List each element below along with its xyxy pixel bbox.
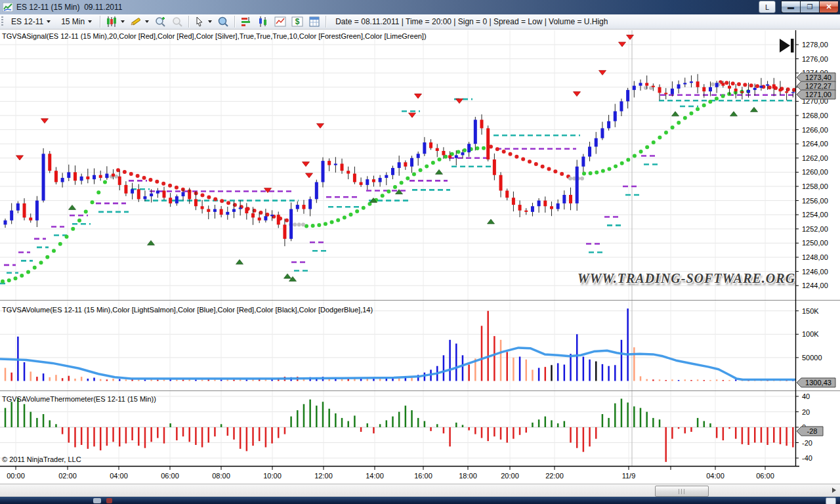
restore-button[interactable]: ❐	[800, 1, 819, 13]
chevron-down-icon	[208, 20, 212, 23]
svg-text:04:00: 04:00	[110, 472, 128, 480]
calendar-icon	[308, 16, 320, 28]
volume-ma-line	[0, 348, 795, 380]
svg-text:1300,43: 1300,43	[805, 379, 831, 387]
dollar-icon: $	[291, 16, 303, 28]
line-chart-button[interactable]	[272, 15, 288, 28]
app-icon	[3, 3, 13, 12]
window-titlebar[interactable]: ES 12-11 (15 Min) 09.11.2011 L ▬ ❐ ✕	[0, 0, 840, 14]
chart-canvas[interactable]: 1278,001276,001274,001272,001270,001268,…	[0, 30, 840, 484]
time-axis: 00:0002:0004:0006:0008:0010:0012:0014:00…	[7, 467, 774, 480]
svg-text:12:00: 12:00	[314, 472, 333, 480]
svg-text:06:00: 06:00	[756, 472, 774, 480]
window-title: ES 12-11 (15 Min) 09.11.2011	[16, 3, 122, 12]
cursor-icon	[194, 16, 205, 27]
thermometer-bars[interactable]	[5, 398, 793, 462]
svg-text:1262,00: 1262,00	[802, 154, 828, 162]
svg-text:100K: 100K	[802, 330, 819, 338]
svg-text:1278,00: 1278,00	[802, 41, 828, 49]
instrument-selector[interactable]: ES 12-11	[7, 15, 55, 28]
svg-text:150K: 150K	[802, 307, 819, 315]
scrollbar-grip-icon	[679, 489, 686, 494]
svg-text:1271,00: 1271,00	[805, 91, 831, 98]
grid-lines	[0, 30, 795, 466]
account-button[interactable]: $	[289, 15, 305, 28]
go-to-last-bar-icon	[780, 39, 794, 52]
svg-text:1276,00: 1276,00	[802, 55, 828, 63]
chevron-down-icon	[88, 20, 92, 23]
drawing-tools-button[interactable]	[128, 15, 151, 28]
svg-text:16:00: 16:00	[414, 472, 432, 480]
toolbar-grip[interactable]	[1, 16, 3, 27]
horizontal-scrollbar[interactable]	[0, 484, 840, 497]
svg-text:1244,00: 1244,00	[802, 282, 828, 289]
zoom-in-icon	[154, 16, 166, 28]
svg-text:14:00: 14:00	[366, 472, 384, 480]
axis-frame	[0, 30, 840, 484]
svg-text:10:00: 10:00	[263, 472, 282, 480]
toolbar-separator	[188, 16, 189, 28]
svg-text:1268,00: 1268,00	[802, 112, 828, 119]
scrollbar-thumb[interactable]	[655, 486, 709, 497]
svg-text:40: 40	[802, 392, 810, 400]
windows-taskbar[interactable]	[0, 497, 840, 504]
candle-chart-button[interactable]	[255, 15, 271, 28]
svg-text:1246,00: 1246,00	[802, 268, 828, 276]
chart-style-button[interactable]	[104, 15, 127, 28]
zoom-in-button[interactable]	[152, 15, 168, 28]
svg-text:1248,00: 1248,00	[802, 253, 828, 261]
chevron-down-icon	[121, 20, 125, 23]
svg-text:08:00: 08:00	[212, 472, 230, 480]
svg-text:$: $	[295, 17, 300, 26]
svg-text:1254,00: 1254,00	[802, 211, 828, 219]
interval-selector[interactable]: 15 Min	[56, 15, 96, 28]
svg-text:1266,00: 1266,00	[802, 126, 828, 134]
zoom-out-icon	[171, 16, 183, 28]
taskbar-icon[interactable]	[106, 498, 112, 503]
svg-text:1252,00: 1252,00	[802, 225, 828, 233]
chevron-down-icon	[47, 20, 51, 23]
line-chart-icon	[274, 16, 286, 28]
market-depth-icon	[240, 16, 252, 28]
market-depth-button[interactable]	[238, 15, 254, 28]
svg-text:1264,00: 1264,00	[802, 140, 828, 148]
svg-text:11/9: 11/9	[622, 472, 636, 480]
toolbar-separator	[100, 16, 100, 28]
svg-text:20: 20	[802, 408, 810, 416]
svg-text:06:00: 06:00	[161, 472, 179, 480]
svg-text:22:00: 22:00	[545, 472, 564, 480]
svg-text:-40: -40	[802, 454, 812, 462]
svg-text:1273,40: 1273,40	[805, 74, 831, 81]
scroll-right-arrow-icon[interactable]	[832, 488, 836, 493]
svg-text:02:00: 02:00	[58, 472, 77, 480]
taskbar-icon[interactable]	[826, 497, 836, 504]
chart-toolbar: ES 12-11 15 Min	[0, 14, 840, 30]
svg-text:1258,00: 1258,00	[802, 182, 828, 190]
drawing-pencil-icon	[130, 16, 142, 28]
svg-text:-20: -20	[802, 439, 812, 447]
zoom-out-button[interactable]	[169, 15, 185, 28]
volume-bars[interactable]	[5, 308, 793, 381]
chart-style-icon	[106, 16, 117, 28]
sessions-button[interactable]	[306, 15, 322, 28]
data-box-button[interactable]	[215, 15, 231, 28]
svg-text:-28: -28	[807, 427, 818, 435]
cursor-button[interactable]	[192, 16, 214, 28]
svg-text:20:00: 20:00	[501, 472, 519, 480]
svg-text:00:00: 00:00	[7, 472, 25, 480]
ninjatrader-chart-window: ES 12-11 (15 Min) 09.11.2011 L ▬ ❐ ✕ ES …	[0, 0, 840, 504]
svg-text:04:00: 04:00	[706, 472, 724, 480]
toolbar-separator	[326, 16, 326, 28]
minimize-button[interactable]: ▬	[781, 1, 800, 13]
link-button[interactable]: L	[759, 1, 776, 13]
svg-text:1260,00: 1260,00	[802, 168, 828, 176]
data-magnifier-icon	[217, 16, 229, 28]
chevron-down-icon	[145, 20, 149, 23]
taskbar-icon[interactable]	[93, 498, 101, 503]
close-button[interactable]: ✕	[819, 1, 839, 13]
svg-text:1272,27: 1272,27	[805, 82, 831, 90]
bar-status-readout: Date = 08.11.2011 | Time = 20:00 | Sign …	[335, 17, 608, 26]
candles-icon	[257, 16, 269, 28]
svg-text:18:00: 18:00	[459, 472, 477, 480]
svg-text:1256,00: 1256,00	[802, 197, 828, 205]
